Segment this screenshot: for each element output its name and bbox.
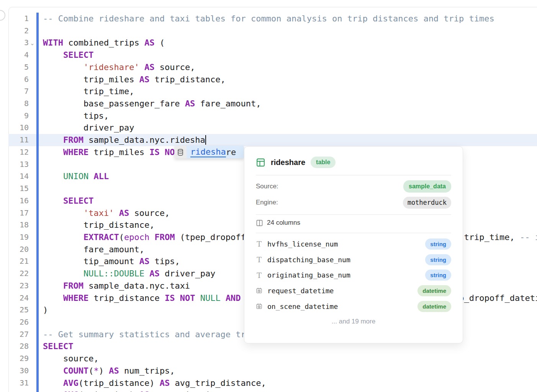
code-token: tip_amount bbox=[43, 256, 139, 266]
code-line[interactable]: 1-- Combine rideshare and taxi tables fo… bbox=[8, 13, 537, 25]
code-token: (trip_time) bbox=[79, 390, 139, 392]
code-line[interactable]: 6 trip_miles AS trip_distance, bbox=[8, 74, 537, 86]
line-number: 32 bbox=[8, 389, 29, 392]
code-token: AS bbox=[149, 269, 160, 278]
code-token: num_trips, bbox=[119, 366, 175, 376]
code-token: driver_pay bbox=[43, 123, 134, 132]
code-token: IS NOT bbox=[165, 293, 195, 303]
line-number: 17 bbox=[8, 207, 29, 219]
code-line[interactable]: 11 FROM sample_data.nyc.ridesha bbox=[8, 134, 537, 146]
code-token: -- Combine rideshare and taxi tables for… bbox=[43, 14, 494, 23]
line-number: 26 bbox=[8, 316, 29, 328]
code-token: FROM bbox=[63, 135, 83, 145]
table-title: rideshare bbox=[271, 158, 305, 167]
code-line[interactable]: 10 driver_pay bbox=[8, 122, 537, 134]
code-token: AS bbox=[185, 99, 195, 108]
code-line[interactable]: 31 AVG(trip_distance) AS avg_trip_distan… bbox=[8, 377, 537, 389]
code-token: trip_time, bbox=[459, 232, 520, 242]
code-token: source, bbox=[154, 62, 195, 72]
code-line[interactable]: 30 COUNT(*) AS num_trips, bbox=[8, 365, 537, 377]
line-number: 15 bbox=[8, 183, 29, 195]
code-token: * bbox=[93, 366, 98, 376]
code-token: ALL bbox=[93, 172, 109, 181]
fold-chevron-icon[interactable]: ⌄ bbox=[30, 37, 35, 49]
line-number: 24 bbox=[8, 292, 29, 304]
code-token: WITH bbox=[43, 38, 63, 47]
code-token: base_passenger_fare bbox=[43, 99, 185, 108]
code-line[interactable]: 32 AVG(trip_time) AS avg_trip_time, bbox=[8, 389, 537, 392]
code-token: driver_pay bbox=[160, 269, 216, 278]
code-token: COUNT bbox=[63, 366, 88, 376]
line-number: 27 bbox=[8, 328, 29, 341]
line-number: 16 bbox=[8, 195, 29, 207]
autocomplete-item-rideshare[interactable]: rideshare bbox=[187, 146, 244, 158]
string-type-icon: T bbox=[256, 255, 262, 264]
code-token: SELECT bbox=[63, 50, 93, 60]
code-token: FROM bbox=[154, 232, 175, 242]
table-info-card: rideshare table Source: sample_data Engi… bbox=[244, 146, 463, 343]
code-token: avg_trip_distance, bbox=[170, 378, 266, 388]
code-token: combined_trips bbox=[63, 38, 144, 47]
code-token: tips, bbox=[149, 256, 180, 266]
code-token: fare_amount, bbox=[43, 245, 144, 254]
code-line[interactable]: 4 SELECT bbox=[8, 49, 537, 61]
code-line[interactable]: 3⌄WITH combined_trips AS ( bbox=[8, 37, 537, 49]
line-number: 23 bbox=[8, 280, 29, 292]
column-name: hvfhs_license_num bbox=[267, 240, 338, 248]
column-name-group: Tdispatching_base_num bbox=[256, 255, 350, 264]
code-line[interactable]: 8 base_passenger_fare AS fare_amount, bbox=[8, 98, 537, 110]
code-token: WHERE bbox=[63, 293, 88, 303]
columns-count-label: 24 columns bbox=[267, 219, 300, 227]
column-row: Toriginating_base_numstring bbox=[256, 267, 451, 283]
line-number: 1 bbox=[8, 13, 29, 25]
line-number: 20 bbox=[8, 243, 29, 256]
code-token bbox=[195, 293, 200, 303]
column-list: Thvfhs_license_numstringTdispatching_bas… bbox=[256, 236, 451, 314]
code-token: source, bbox=[43, 354, 99, 363]
gutter-accent-bar bbox=[36, 13, 39, 392]
code-token bbox=[43, 366, 63, 376]
code-token: source, bbox=[129, 208, 170, 218]
code-line[interactable]: 7 trip_time, bbox=[8, 85, 537, 98]
source-value-badge: sample_data bbox=[403, 180, 451, 193]
column-type-badge: string bbox=[425, 254, 451, 265]
code-token bbox=[43, 293, 63, 303]
code-token bbox=[43, 135, 63, 145]
code-token: AS bbox=[144, 62, 155, 72]
code-line[interactable]: 2 bbox=[8, 25, 537, 37]
code-token: AVG bbox=[63, 378, 79, 388]
code-token bbox=[43, 390, 63, 392]
autocomplete-match-text: ridesha bbox=[190, 147, 226, 157]
code-token: tips, bbox=[43, 111, 109, 121]
autocomplete-popup: rideshare bbox=[174, 146, 244, 158]
line-number: 31 bbox=[8, 377, 29, 389]
string-type-icon: T bbox=[256, 271, 262, 279]
code-line[interactable]: 9 tips, bbox=[8, 110, 537, 122]
code-line[interactable]: 5 'rideshare' AS source, bbox=[8, 61, 537, 74]
code-token bbox=[43, 232, 83, 242]
datetime-type-icon bbox=[256, 287, 262, 294]
code-token: fare_amount, bbox=[195, 99, 261, 108]
code-token: ( bbox=[119, 232, 124, 242]
column-row: on_scene_datetimedatetime bbox=[256, 299, 451, 314]
divider bbox=[256, 175, 451, 175]
line-number: 3 bbox=[8, 37, 29, 49]
code-token: ) bbox=[43, 305, 48, 315]
column-row: Thvfhs_license_numstring bbox=[256, 236, 451, 252]
column-name-group: request_datetime bbox=[256, 287, 334, 295]
table-type-badge: table bbox=[311, 157, 336, 168]
code-token: epoch bbox=[124, 232, 149, 242]
code-token: trip_distance bbox=[88, 293, 165, 303]
column-type-badge: datetime bbox=[417, 285, 451, 296]
code-token: (trip_distance) bbox=[79, 378, 160, 388]
code-token: trip_miles bbox=[88, 147, 149, 157]
line-number: 22 bbox=[8, 268, 29, 280]
code-token: UNION bbox=[63, 172, 88, 181]
line-number: 9 bbox=[8, 110, 29, 122]
code-token: AS bbox=[139, 390, 150, 392]
code-token bbox=[43, 147, 63, 157]
datetime-type-icon bbox=[256, 303, 262, 310]
code-line[interactable]: 29 source, bbox=[8, 353, 537, 365]
code-token: -- in seconds bbox=[520, 232, 537, 242]
source-row: Source: sample_data bbox=[256, 178, 451, 194]
